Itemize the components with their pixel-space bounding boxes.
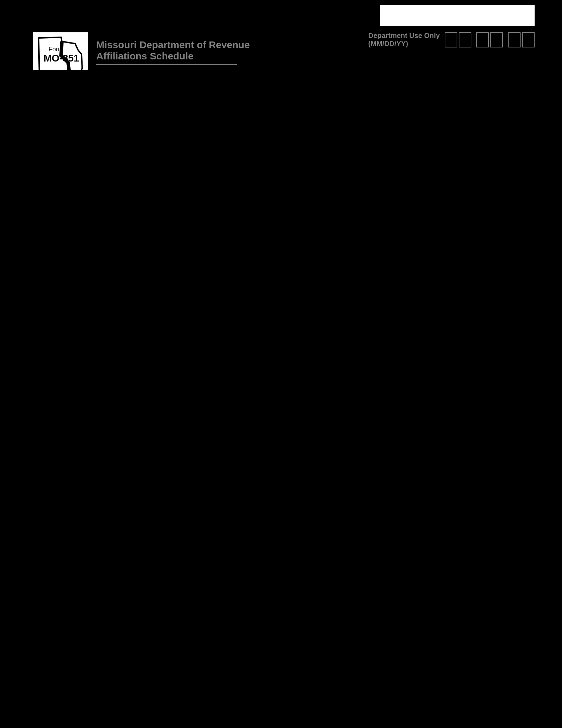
title-underline bbox=[96, 64, 237, 65]
dept-title: Missouri Department of Revenue bbox=[96, 39, 250, 51]
form-number: MO-851 bbox=[44, 53, 79, 64]
form-label: Form bbox=[48, 46, 63, 53]
dept-use-mm2[interactable] bbox=[459, 32, 471, 47]
form-badge: Form MO-851 bbox=[32, 32, 89, 70]
dept-use-dd2[interactable] bbox=[490, 32, 503, 47]
dept-use-label: Department Use Only bbox=[368, 32, 440, 40]
schedule-title: Affiliations Schedule bbox=[96, 51, 194, 62]
reset-print-box bbox=[380, 5, 535, 26]
form-page: Form MO-851 Missouri Department of Reven… bbox=[0, 0, 562, 70]
dept-use-only: Department Use Only (MM/DD/YY) bbox=[368, 32, 535, 48]
dept-use-dd1[interactable] bbox=[476, 32, 489, 47]
dept-use-yy1[interactable] bbox=[508, 32, 521, 47]
dept-use-fmt: (MM/DD/YY) bbox=[368, 40, 440, 48]
dept-use-mm1[interactable] bbox=[445, 32, 457, 47]
dept-use-yy2[interactable] bbox=[522, 32, 535, 47]
